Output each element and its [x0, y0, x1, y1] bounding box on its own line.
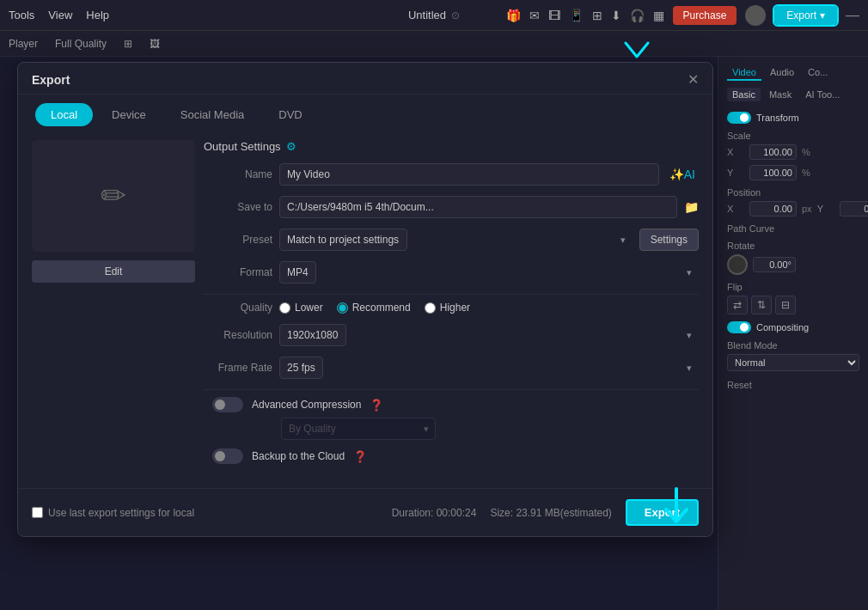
menu-view[interactable]: View	[48, 9, 72, 21]
avatar[interactable]	[745, 5, 766, 26]
dialog-body: ✏ Edit Output Settings ⚙ Name ✨AI S	[18, 126, 712, 488]
compositing-label: Compositing	[756, 322, 809, 332]
resolution-row: Resolution 1920x1080	[204, 324, 699, 346]
preset-select[interactable]: Match to project settings	[279, 229, 407, 251]
dialog-header: Export ✕	[18, 63, 712, 95]
purchase-button[interactable]: Purchase	[673, 6, 737, 25]
film-icon[interactable]: 🎞	[548, 9, 560, 22]
blend-mode-label: Blend Mode	[727, 340, 859, 351]
scale-x-input[interactable]	[749, 144, 797, 160]
quality-lower[interactable]: Lower	[279, 302, 323, 314]
tab-video[interactable]: Video	[727, 65, 761, 81]
pos-x-unit: px	[802, 204, 812, 214]
subtab-mask[interactable]: Mask	[764, 88, 797, 101]
duration-info: Duration: 00:00:24	[392, 507, 477, 519]
rotate-input[interactable]	[753, 257, 796, 272]
format-row: Format MP4	[204, 261, 699, 284]
edit-pencil-icon: ✏	[101, 178, 126, 214]
scale-x-row: X %	[727, 144, 859, 160]
settings-icon[interactable]: ⚙	[286, 140, 296, 153]
tab-audio[interactable]: Audio	[765, 65, 799, 81]
compositing-row: Compositing	[727, 321, 859, 333]
save-to-label: Save to	[204, 201, 272, 213]
scale-y-unit: %	[802, 168, 810, 178]
rotate-row	[727, 254, 859, 275]
name-input[interactable]	[279, 163, 659, 186]
quality-recommend[interactable]: Recommend	[337, 302, 411, 314]
save-to-input[interactable]	[279, 196, 677, 218]
menu-bar: Tools View Help	[9, 9, 109, 21]
topbar: Tools View Help Untitled ⊙ 🎁 ✉ 🎞 📱 ⊞ ⬇ 🎧…	[0, 0, 868, 31]
tab-color[interactable]: Co...	[803, 65, 833, 81]
transform-row: Transform	[727, 112, 859, 124]
browse-button[interactable]: 📁	[684, 200, 699, 214]
by-quality-select: By Quality	[281, 418, 436, 440]
dialog-scroll-area: ✏ Edit Output Settings ⚙ Name ✨AI S	[18, 126, 712, 488]
subtab-basic[interactable]: Basic	[727, 88, 761, 101]
pos-x-input[interactable]	[749, 201, 797, 217]
toolbar-quality[interactable]: Full Quality	[55, 38, 107, 50]
advanced-compression-help-icon[interactable]: ❓	[370, 399, 383, 412]
subtab-ai[interactable]: AI Too...	[800, 88, 845, 101]
ai-enhance-button[interactable]: ✨AI	[666, 168, 699, 181]
format-select[interactable]: MP4	[279, 261, 316, 284]
edit-button[interactable]: Edit	[32, 260, 195, 283]
last-export-settings-checkbox[interactable]: Use last export settings for local	[32, 507, 194, 519]
section-title: Output Settings ⚙	[204, 140, 699, 153]
dialog-footer: Use last export settings for local Durat…	[18, 488, 712, 536]
quality-recommend-radio[interactable]	[337, 302, 348, 314]
reset-button[interactable]: Reset	[727, 380, 752, 390]
flip-vertical-button[interactable]: ⇅	[751, 296, 772, 314]
frame-rate-select-wrapper: 25 fps	[279, 357, 699, 379]
frame-rate-label: Frame Rate	[204, 362, 272, 374]
rotate-label: Rotate	[727, 241, 859, 251]
flip-label: Flip	[727, 282, 859, 292]
toolbar-player[interactable]: Player	[9, 38, 38, 50]
tab-device[interactable]: Device	[96, 103, 162, 126]
scale-y-label: Y	[727, 168, 744, 178]
transform-toggle[interactable]	[727, 112, 751, 124]
gift-icon[interactable]: 🎁	[506, 9, 521, 22]
tab-social-media[interactable]: Social Media	[165, 103, 260, 126]
tab-local[interactable]: Local	[35, 103, 93, 126]
send-icon[interactable]: ✉	[529, 9, 540, 22]
quality-lower-radio[interactable]	[279, 302, 290, 314]
pos-y-input[interactable]	[840, 201, 868, 217]
flip-horizontal-button[interactable]: ⇄	[727, 296, 748, 314]
by-quality-wrapper: By Quality	[281, 418, 436, 440]
download-icon[interactable]: ⬇	[611, 9, 621, 22]
quality-higher-radio[interactable]	[425, 302, 436, 314]
divider-1	[204, 294, 699, 295]
export-button[interactable]: Export	[626, 499, 699, 526]
dialog-close-button[interactable]: ✕	[688, 73, 699, 87]
backup-cloud-help-icon[interactable]: ❓	[353, 450, 367, 463]
window-minimize[interactable]: —	[846, 8, 859, 23]
menu-help[interactable]: Help	[86, 9, 109, 21]
right-panel-tabs: Video Audio Co...	[727, 65, 859, 81]
advanced-compression-toggle[interactable]	[212, 397, 243, 412]
last-export-checkbox-input[interactable]	[32, 507, 43, 518]
scale-x-label: X	[727, 147, 744, 157]
headphone-icon[interactable]: 🎧	[630, 9, 645, 22]
path-curve-label: Path Curve	[727, 223, 859, 234]
export-top-button[interactable]: Export ▾	[774, 6, 837, 25]
grid-icon[interactable]: ⊞	[592, 9, 602, 22]
divider-2	[204, 389, 699, 390]
compositing-toggle[interactable]	[727, 321, 751, 333]
device-icon[interactable]: 📱	[569, 9, 584, 22]
backup-cloud-toggle[interactable]	[212, 448, 243, 464]
toolbar-layout-icon[interactable]: ⊞	[124, 38, 132, 50]
menu-tools[interactable]: Tools	[9, 9, 34, 21]
flip-extra-button[interactable]: ⊟	[775, 296, 796, 314]
preset-settings-button[interactable]: Settings	[639, 229, 699, 251]
resolution-select[interactable]: 1920x1080	[279, 324, 346, 346]
rotate-wheel[interactable]	[727, 254, 748, 275]
tab-dvd[interactable]: DVD	[263, 103, 317, 126]
frame-rate-select[interactable]: 25 fps	[279, 357, 323, 379]
blend-mode-select[interactable]: Normal	[727, 354, 859, 371]
toolbar-image-icon[interactable]: 🖼	[150, 38, 160, 50]
quality-higher[interactable]: Higher	[425, 302, 470, 314]
scale-y-input[interactable]	[749, 165, 797, 180]
layout-icon[interactable]: ▦	[653, 9, 664, 22]
scale-y-row: Y %	[727, 165, 859, 180]
